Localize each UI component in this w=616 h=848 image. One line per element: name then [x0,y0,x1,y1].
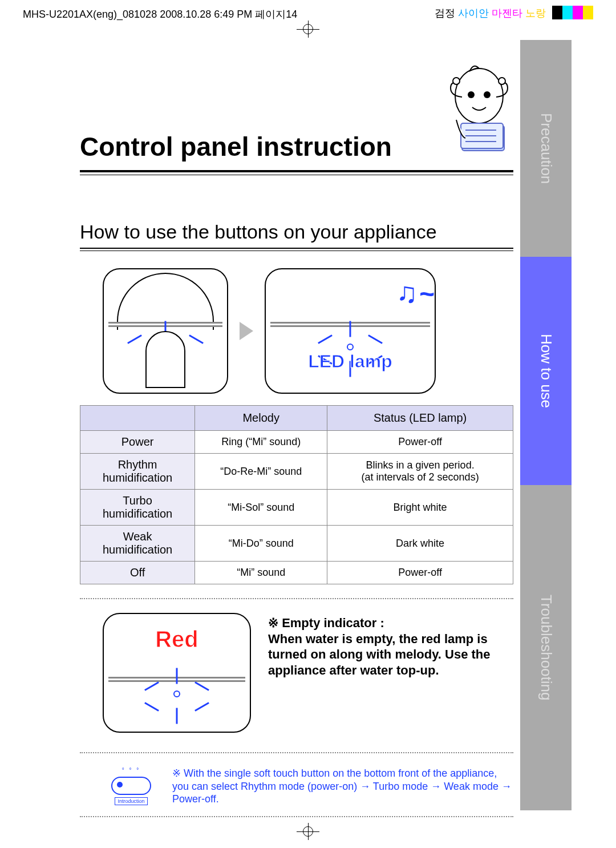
svg-point-0 [455,68,503,123]
empty-indicator-heading: Empty indicator : [282,616,384,630]
cell-status: Blinks in a given period.(at intervals o… [327,454,513,490]
cmyk-swatches [552,6,593,22]
tilde-icon: ~ [419,278,435,309]
svg-point-4 [499,78,505,84]
empty-indicator-row: Red ※ Empty indicator : When water is em… [103,613,513,733]
illustration-row: ♫ ~ LED lamp [103,268,513,394]
led-lamp-label: LED lamp [308,351,392,372]
section-rule-2 [80,251,513,251]
title-rule-thin [80,175,513,175]
section-heading: How to use the buttons on your appliance [80,221,513,243]
reference-mark-icon: ※ [268,616,278,630]
cell-status: Power-off [327,431,513,454]
row-label: Off [80,562,195,584]
red-label: Red [155,627,198,652]
introduction-label: Introduction [115,797,147,805]
th-empty [80,406,195,431]
dotted-separator [80,598,513,599]
crop-mark-top [291,21,325,38]
file-info: MHS-U2201AX(eng)_081028 2008.10.28 6:49 … [23,7,435,21]
row-label: Turbohumidification [80,490,195,526]
table-row: Off “Mi” sound Power-off [80,562,513,584]
cell-status: Bright white [327,490,513,526]
arrow-icon [240,322,253,340]
cmyk-labels: 검정 사이안 마젠타 노랑 [435,6,593,22]
svg-point-2 [484,91,491,98]
dotted-separator [80,752,513,753]
side-tab-bar: Precaution How to use Troubleshooting [520,40,572,810]
dotted-separator [80,816,513,817]
section-rule-1 [80,248,513,249]
cmyk-black-label: 검정 [435,7,455,19]
illus-led-lamp: ♫ ~ LED lamp [265,268,436,394]
tab-how-to-use: How to use [520,257,572,485]
note-text: ※ With the single soft touch button on t… [172,767,513,806]
empty-indicator-body: When water is empty, the red lamp is tur… [268,632,491,677]
modes-table: Melody Status (LED lamp) Power Ring (“Mi… [80,405,513,584]
table-row: Turbohumidification “Mi-Sol” sound Brigh… [80,490,513,526]
cmyk-magenta-label: 마젠타 [492,7,522,19]
cell-melody: “Mi” sound [195,562,327,584]
illus-press-button [103,268,228,394]
print-slug: MHS-U2201AX(eng)_081028 2008.10.28 6:49 … [23,6,593,22]
table-row: Rhythmhumidification “Do-Re-Mi” sound Bl… [80,454,513,490]
cell-status: Dark white [327,526,513,562]
row-label: Rhythmhumidification [80,454,195,490]
empty-indicator-text: ※ Empty indicator : When water is empty,… [268,613,513,678]
cell-melody: Ring (“Mi” sound) [195,431,327,454]
cell-melody: “Do-Re-Mi” sound [195,454,327,490]
cell-melody: “Mi-Sol” sound [195,490,327,526]
tab-troubleshooting: Troubleshooting [520,485,572,810]
cell-melody: “Mi-Do” sound [195,526,327,562]
reference-mark-icon: ※ [172,768,181,779]
mascot-illustration [439,63,519,154]
cell-status: Power-off [327,562,513,584]
svg-point-1 [468,91,475,98]
th-status: Status (LED lamp) [327,406,513,431]
introduction-icon: ° ° ° Introduction [103,767,160,805]
svg-point-3 [453,78,460,84]
music-note-icon: ♫ [396,276,418,309]
illus-red-lamp: Red [103,613,251,733]
note-row: ° ° ° Introduction ※ With the single sof… [103,767,513,806]
th-melody: Melody [195,406,327,431]
row-label: Power [80,431,195,454]
table-row: Weakhumidification “Mi-Do” sound Dark wh… [80,526,513,562]
note-body: With the single soft touch button on the… [172,768,512,805]
row-label: Weakhumidification [80,526,195,562]
table-row: Power Ring (“Mi” sound) Power-off [80,431,513,454]
cmyk-yellow-label: 노랑 [525,7,546,19]
tab-precaution: Precaution [520,40,572,257]
cmyk-cyan-label: 사이안 [458,7,489,19]
title-rule-thick [80,170,513,172]
